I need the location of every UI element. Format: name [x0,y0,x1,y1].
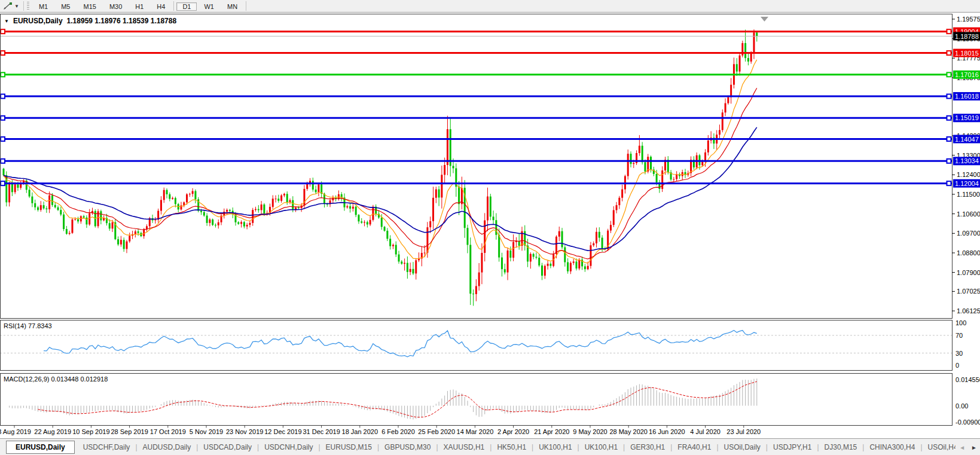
main-chart-frame [1,14,952,319]
main-chart[interactable]: 1.195751.186751.177751.168751.142001.133… [0,14,980,320]
timeframe-button-m30[interactable]: M30 [103,2,128,11]
tab-scroll-right-icon[interactable]: ► [971,444,977,451]
date-label: 28 Sep 2019 [111,428,148,435]
chart-tab-xauusd-h1[interactable]: XAUUSD,H1 [438,441,490,453]
svg-text:1.12004: 1.12004 [955,180,979,187]
chart-tab-eurusd-daily[interactable]: EURUSD,Daily [6,441,75,454]
chart-tab-usdcad-daily[interactable]: USDCAD,Daily [198,441,257,453]
candles-layer [3,29,758,306]
hline-handle [1,94,5,99]
chart-tab-eurusd-m15[interactable]: EURUSD,M15 [320,441,377,453]
hline-handle [947,116,951,120]
timeframe-button-w1[interactable]: W1 [198,2,220,11]
chart-title[interactable]: ▼ EURUSD,Daily 1.18959 1.18976 1.18539 1… [4,17,176,25]
timeframe-group-higher: D1W1MN [176,1,244,11]
chart-ohlc-values: 1.18959 1.18976 1.18539 1.18788 [67,17,177,25]
chart-tab-usdjpy-h1[interactable]: USDJPY,H1 [768,441,817,453]
chart-tab-usdchf-daily[interactable]: USDCHF,Daily [78,441,136,453]
chart-tab-hk50-h1[interactable]: HK50,H1 [491,441,532,453]
date-label: 23 Jul 2020 [726,428,761,435]
chart-shift-marker-icon [761,17,768,22]
chart-tab-uk100-h1[interactable]: UK100,H1 [579,441,623,453]
date-label: 22 Aug 2019 [34,428,71,435]
date-label: 2 Apr 2020 [497,428,529,435]
rsi-tick: 100 [955,320,966,326]
chart-tab-usoil-daily[interactable]: USOil,Daily [719,441,766,453]
hline-handle [1,72,5,77]
price-axis[interactable]: 1.195751.186751.177751.168751.142001.133… [952,16,980,314]
hline-handle [1,29,5,33]
chart-tab-dj30-m15[interactable]: DJ30,M15 [819,441,863,453]
toolbar-grip[interactable] [27,2,29,10]
rsi-tick: 30 [955,350,963,357]
rsi-tick: 0 [955,362,959,369]
chart-tab-gbpusd-m30[interactable]: GBPUSD,M30 [379,441,436,453]
svg-text:1.13034: 1.13034 [955,157,979,164]
rsi-tick: 70 [955,332,963,339]
price-tick: 1.07900 [957,269,980,276]
date-label: 4 Jul 2020 [690,428,721,435]
line-tool-icon[interactable] [1,1,14,11]
hline-handle [947,137,951,141]
chart-dropdown-icon[interactable]: ▼ [4,19,9,24]
macd-tick: 0.00 [955,402,968,410]
price-tick: 1.10600 [957,210,980,218]
macd-signal-line [38,381,756,417]
timeframe-button-d1[interactable]: D1 [176,2,197,11]
price-tick: 1.11500 [957,191,980,198]
chart-tab-fra40-h1[interactable]: FRA40,H1 [672,441,716,453]
ma-medium-line [4,88,757,259]
macd-histogram [9,378,757,419]
rsi-label: RSI(14) 77.8343 [4,322,52,329]
rsi-panel[interactable]: 10070300 [0,320,980,372]
toolbar-separator [23,1,24,11]
date-label: 18 Jan 2020 [342,428,378,435]
svg-text:1.15019: 1.15019 [955,114,979,121]
date-label: 14 Mar 2020 [457,428,494,435]
svg-text:1.14047: 1.14047 [955,136,979,143]
price-tick: 1.06125 [957,307,980,314]
tool-dropdown-caret-icon[interactable]: ▼ [14,4,19,9]
date-label: 12 Dec 2019 [264,428,301,435]
time-axis[interactable]: 3 Aug 201922 Aug 201910 Sep 201928 Sep 2… [0,428,952,438]
hline-handle [947,159,951,163]
date-label: 17 Oct 2019 [150,428,186,435]
price-tick: 1.07025 [957,288,980,295]
trading-terminal-window: ▼ M1M5M15M30H1H4 D1W1MN 1.195751.186751.… [0,0,980,455]
timeframe-button-m1[interactable]: M1 [33,2,54,11]
date-label: 23 Nov 2019 [226,428,263,435]
hline-handle [947,181,951,185]
macd-panel[interactable]: 0.0145560.00-0.009001 [0,373,980,428]
chart-tab-ger30-h1[interactable]: GER30,H1 [625,441,670,453]
svg-text:1.18788: 1.18788 [955,33,979,40]
macd-label: MACD(12,26,9) 0.013448 0.012918 [4,375,108,383]
svg-text:1.16018: 1.16018 [955,93,979,100]
date-label: 28 May 2020 [609,428,648,435]
date-label: 9 May 2020 [573,428,607,435]
price-tick: 1.09700 [957,230,980,237]
price-tick: 1.19575 [957,16,980,23]
date-label: 21 Apr 2020 [534,428,569,435]
date-label: 10 Sep 2019 [72,428,109,435]
hline-handle [1,116,5,120]
hlines-layer [0,29,952,185]
hline-handle [1,159,5,163]
timeframe-button-mn[interactable]: MN [221,2,243,11]
macd-tick: -0.009001 [955,419,980,426]
price-tick: 1.12400 [957,171,980,178]
chart-tab-uk100-h1[interactable]: UK100,H1 [533,441,577,453]
timeframe-button-h4[interactable]: H4 [151,2,171,11]
timeframe-toolbar: ▼ M1M5M15M30H1H4 D1W1MN [0,0,980,13]
date-label: 31 Dec 2019 [303,428,340,435]
hline-handle [947,51,951,55]
chart-symbol-label: EURUSD,Daily [13,17,63,25]
timeframe-button-m5[interactable]: M5 [55,2,76,11]
tab-scroll-left-icon[interactable]: ◄ [959,444,965,451]
timeframe-button-h1[interactable]: H1 [129,2,149,11]
hline-handle [947,72,951,77]
date-label: 3 Aug 2019 [0,428,31,435]
chart-tab-usdcnh-daily[interactable]: USDCNH,Daily [259,441,318,453]
chart-tab-audusd-daily[interactable]: AUDUSD,Daily [138,441,197,453]
chart-tab-china300-h4[interactable]: CHINA300,H4 [864,441,920,453]
timeframe-button-m15[interactable]: M15 [77,2,102,11]
